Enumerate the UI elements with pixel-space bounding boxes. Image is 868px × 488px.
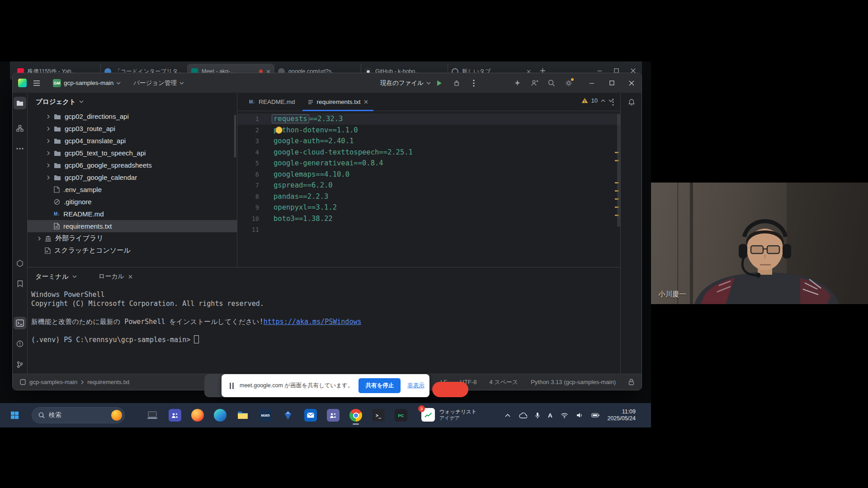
- main-menu-icon[interactable]: [33, 80, 40, 86]
- webcam-person-illustration: [651, 183, 868, 304]
- version-control-icon[interactable]: [14, 358, 26, 371]
- teams-new-icon[interactable]: [327, 409, 340, 422]
- code-line: 9openpyxl==3.1.2: [237, 202, 620, 213]
- file-explorer-icon[interactable]: [236, 409, 249, 422]
- chevron-right-icon[interactable]: [46, 163, 51, 168]
- code-line: 4google-cloud-texttospeech==2.25.1: [237, 147, 620, 158]
- taskbar-search-box[interactable]: 検索: [32, 407, 125, 423]
- presenting-icon: [230, 383, 234, 389]
- ide-minimize-button[interactable]: [582, 73, 602, 93]
- hide-banner-link[interactable]: 非表示: [407, 382, 425, 389]
- project-scrollbar[interactable]: [234, 115, 236, 158]
- tree-item-requirements[interactable]: requirements.txt: [28, 220, 237, 232]
- tree-item-readme[interactable]: M↓ README.md: [28, 208, 237, 220]
- tree-item-gcp07_google_calendar[interactable]: gcp07_google_calendar: [28, 171, 237, 183]
- packages-icon[interactable]: [14, 257, 26, 270]
- notifications-bell-icon[interactable]: [628, 99, 636, 106]
- project-widget[interactable]: GM gcp-samples-main: [53, 79, 121, 87]
- edge-icon[interactable]: [214, 409, 226, 422]
- settings-gear-icon[interactable]: [563, 77, 575, 89]
- inspections-widget[interactable]: 10: [581, 97, 613, 104]
- tree-item-scratches[interactable]: スクラッチとコンソール: [28, 244, 237, 257]
- python-interpreter[interactable]: Python 3.13 (gcp-samples-main): [531, 379, 616, 385]
- tree-item-gcp05_text_to_speech_api[interactable]: gcp05_text_to_speech_api: [28, 147, 237, 159]
- debug-icon[interactable]: [451, 77, 462, 89]
- structure-icon[interactable]: [14, 122, 26, 135]
- ai-assistant-icon[interactable]: [511, 77, 523, 89]
- chevron-right-icon[interactable]: [46, 114, 51, 119]
- teams-icon[interactable]: [169, 409, 181, 422]
- tree-item-gcp02_directions_api[interactable]: gcp02_directions_api: [28, 110, 237, 122]
- status-file[interactable]: requirements.txt: [87, 379, 129, 385]
- run-button[interactable]: [434, 77, 445, 89]
- powershell-update-link[interactable]: https://aka.ms/PSWindows: [264, 318, 362, 326]
- meet-leave-button-fragment[interactable]: [432, 382, 468, 397]
- tree-item-gcp04_translate_api[interactable]: gcp04_translate_api: [28, 135, 237, 147]
- more-tool-windows-icon[interactable]: [14, 142, 26, 155]
- ime-indicator[interactable]: A: [548, 412, 552, 419]
- outlook-icon[interactable]: [304, 409, 317, 422]
- editor-content[interactable]: 1 requests==2.32.3 2python-dotenv==1.1.0…: [237, 111, 620, 267]
- more-actions-icon[interactable]: [468, 77, 480, 89]
- editor-tab-requirements[interactable]: requirements.txt: [302, 93, 375, 111]
- code-with-me-icon[interactable]: [528, 77, 540, 89]
- terminal-title[interactable]: ターミナル: [35, 272, 69, 281]
- chevron-right-icon[interactable]: [37, 236, 42, 241]
- firefox-icon[interactable]: [191, 409, 204, 422]
- problems-icon[interactable]: [14, 338, 26, 350]
- status-project[interactable]: gcp-samples-main: [29, 379, 77, 385]
- tree-item-gitignore[interactable]: .gitignore: [28, 196, 237, 208]
- microphone-icon[interactable]: [535, 412, 540, 419]
- m365-icon[interactable]: M365: [259, 409, 272, 422]
- run-configuration-widget[interactable]: 現在のファイル: [380, 79, 431, 87]
- project-panel-title: プロジェクト: [36, 98, 76, 106]
- project-panel-header[interactable]: プロジェクト: [28, 93, 237, 110]
- ide-maximize-button[interactable]: [602, 73, 622, 93]
- chrome-icon[interactable]: [349, 409, 362, 422]
- tray-chevron-up-icon[interactable]: [505, 414, 510, 417]
- terminal-output[interactable]: Windows PowerShell Copyright (C) Microso…: [28, 286, 620, 344]
- tree-item-external-libraries[interactable]: 外部ライブラリ: [28, 232, 237, 244]
- chevron-down-icon: [426, 82, 431, 84]
- chevron-right-icon[interactable]: [46, 151, 51, 155]
- chevron-right-icon[interactable]: [46, 175, 51, 180]
- text-file-icon: [54, 223, 60, 230]
- start-button[interactable]: [11, 412, 19, 419]
- lock-icon[interactable]: [628, 379, 634, 385]
- terminal-tab-local[interactable]: ローカル: [99, 272, 132, 281]
- editor-tab-readme[interactable]: M↓ README.md: [243, 93, 302, 111]
- search-everywhere-icon[interactable]: [546, 77, 557, 89]
- tab-close-icon[interactable]: [128, 275, 132, 279]
- ide-close-button[interactable]: [622, 73, 642, 93]
- chevron-right-icon[interactable]: [46, 139, 51, 143]
- tree-item-gcp06_google_spreadsheets[interactable]: gcp06_google_spreadsheets: [28, 159, 237, 171]
- blue-gem-icon[interactable]: [282, 409, 294, 422]
- widgets-button[interactable]: 3 ウォッチリスト アイデア: [421, 408, 476, 422]
- onedrive-cloud-icon[interactable]: [519, 413, 527, 418]
- project-tool-icon[interactable]: [14, 97, 26, 109]
- wifi-icon[interactable]: [561, 413, 568, 418]
- search-placeholder: 検索: [49, 411, 111, 419]
- browser-minimize-button[interactable]: [597, 68, 602, 73]
- browser-close-button[interactable]: [631, 68, 636, 73]
- bookmarks-icon[interactable]: [14, 277, 26, 290]
- tree-item-env-sample[interactable]: .env_sample: [28, 183, 237, 196]
- indent-style[interactable]: 4 スペース: [489, 378, 518, 386]
- tree-item-gcp03_route_api[interactable]: gcp03_route_api: [28, 122, 237, 135]
- battery-icon[interactable]: [591, 413, 600, 418]
- windows-terminal-icon[interactable]: >_: [372, 409, 385, 422]
- editor-scrollbar[interactable]: [617, 114, 620, 227]
- volume-icon[interactable]: [576, 413, 583, 418]
- screen-app-icon[interactable]: [146, 409, 159, 422]
- intention-bulb-icon[interactable]: [275, 127, 283, 134]
- browser-maximize-button[interactable]: [614, 68, 619, 73]
- chevron-right-icon[interactable]: [46, 127, 51, 131]
- vcs-widget[interactable]: バージョン管理: [133, 79, 184, 87]
- terminal-tool-icon[interactable]: [14, 317, 26, 329]
- taskbar-clock[interactable]: 11:09 2025/05/24: [607, 408, 636, 422]
- pycharm-taskbar-icon[interactable]: PC: [395, 409, 407, 422]
- next-problem-icon[interactable]: [609, 99, 613, 102]
- stop-sharing-button[interactable]: 共有を停止: [359, 378, 401, 393]
- prev-problem-icon[interactable]: [601, 99, 605, 102]
- tab-close-icon[interactable]: [364, 100, 368, 104]
